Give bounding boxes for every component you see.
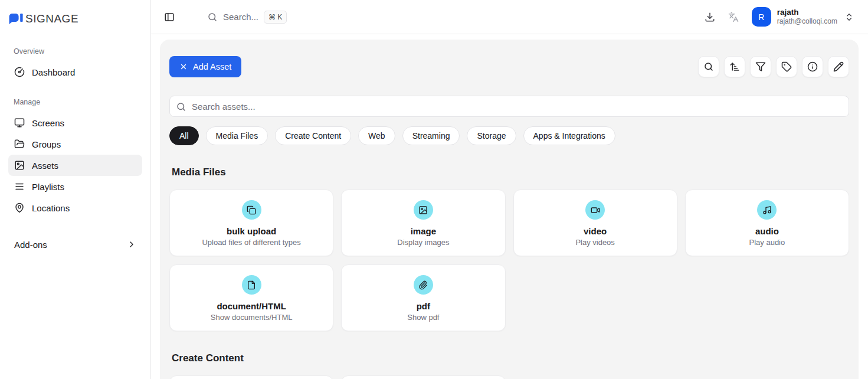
sidebar-item-assets[interactable]: Assets (8, 155, 142, 176)
sidebar-item-label: Playlists (32, 182, 64, 192)
card-title: bulk upload (177, 226, 326, 236)
asset-card-notice[interactable] (341, 375, 505, 379)
card-title: audio (693, 226, 841, 236)
section-title-create-content: Create Content (172, 352, 847, 364)
asset-card-message[interactable] (169, 375, 333, 379)
filter-pill-apps-integrations[interactable]: Apps & Integrations (523, 126, 615, 145)
user-menu[interactable]: R rajath rajath@colloqi.com (752, 7, 854, 27)
search-assets-button[interactable] (698, 56, 719, 77)
create-content-grid (169, 375, 849, 379)
section-title-media-files: Media Files (172, 166, 847, 178)
icon-bubble (757, 200, 777, 220)
filter-button[interactable] (750, 56, 771, 77)
pisignage-logo: SIGNAGE (8, 12, 142, 26)
sidebar-item-addons[interactable]: Add-ons (8, 234, 142, 255)
image-icon (14, 160, 25, 171)
info-icon (807, 61, 818, 72)
search-icon (703, 61, 714, 72)
asset-card-audio[interactable]: audio Play audio (685, 190, 849, 256)
paperclip-icon (418, 280, 428, 290)
filter-pill-storage[interactable]: Storage (467, 126, 516, 145)
filter-pill-media-files[interactable]: Media Files (206, 126, 268, 145)
sidebar-item-groups[interactable]: Groups (8, 133, 142, 155)
card-subtitle: Upload files of different types (177, 238, 326, 247)
asset-card-document-html[interactable]: document/HTML Show documents/HTML (169, 264, 333, 331)
filter-pill-streaming[interactable]: Streaming (402, 126, 460, 145)
media-files-grid: bulk upload Upload files of different ty… (169, 190, 849, 331)
nav-group-label: Overview (8, 47, 142, 55)
card-subtitle: Play audio (693, 238, 841, 247)
edit-button[interactable] (828, 56, 849, 77)
filter-pills: All Media Files Create Content Web Strea… (169, 126, 849, 145)
sidebar-item-playlists[interactable]: Playlists (8, 176, 142, 197)
filter-pill-web[interactable]: Web (358, 126, 395, 145)
asset-card-image[interactable]: image Display images (341, 190, 505, 256)
card-subtitle: Display images (349, 238, 497, 247)
icon-bubble (242, 275, 261, 295)
filter-pill-all[interactable]: All (169, 126, 199, 145)
info-button[interactable] (802, 56, 823, 77)
filter-pill-create-content[interactable]: Create Content (275, 126, 351, 145)
assets-panel: Add Asset (160, 40, 859, 379)
topbar-right: R rajath rajath@colloqi.com (705, 7, 854, 27)
sidebar-item-dashboard[interactable]: Dashboard (8, 61, 142, 83)
download-button[interactable] (705, 12, 715, 22)
image-icon (418, 205, 428, 215)
video-camera-icon (591, 205, 600, 215)
app-root: SIGNAGE Overview Dashboard Manage Screen… (0, 0, 868, 379)
close-icon (179, 63, 188, 71)
tags-button[interactable] (776, 56, 797, 77)
search-icon (207, 12, 218, 22)
chevron-right-icon (127, 240, 136, 249)
funnel-icon (755, 61, 766, 72)
chevrons-up-down-icon (844, 12, 854, 22)
music-note-icon (762, 205, 772, 215)
sort-button[interactable] (724, 56, 745, 77)
sidebar-toggle-button[interactable] (161, 9, 178, 25)
user-name: rajath (777, 8, 837, 17)
asset-toolbar (698, 56, 849, 77)
sidebar-item-screens[interactable]: Screens (8, 112, 142, 133)
main-column: Search... ⌘ K R rajath rajath@colloqi.co… (151, 0, 868, 379)
user-email: rajath@colloqi.com (777, 17, 837, 25)
download-icon (705, 12, 715, 22)
card-subtitle: Play videos (521, 238, 670, 247)
user-meta: rajath rajath@colloqi.com (777, 8, 837, 26)
folder-open-icon (14, 139, 25, 149)
sidebar-item-label: Locations (32, 203, 70, 213)
icon-bubble (414, 275, 433, 295)
addons-label: Add-ons (14, 240, 47, 250)
icon-bubble (242, 200, 261, 220)
avatar: R (752, 7, 771, 27)
topbar: Search... ⌘ K R rajath rajath@colloqi.co… (151, 0, 868, 34)
map-pin-icon (14, 202, 25, 213)
add-asset-button[interactable]: Add Asset (169, 56, 241, 77)
sidebar-item-label: Screens (32, 118, 64, 128)
tag-icon (781, 61, 792, 72)
global-search[interactable]: Search... ⌘ K (207, 11, 287, 24)
shortcut-badge: ⌘ K (264, 11, 287, 24)
translate-icon (728, 12, 739, 22)
monitor-icon (14, 117, 25, 128)
asset-card-bulk-upload[interactable]: bulk upload Upload files of different ty… (169, 190, 333, 256)
asset-card-pdf[interactable]: pdf Show pdf (341, 264, 505, 331)
nav-group-overview: Overview Dashboard (8, 47, 142, 83)
language-button[interactable] (728, 12, 739, 22)
search-icon (176, 102, 186, 112)
brand-name: SIGNAGE (25, 12, 78, 25)
main-content: Add Asset (151, 34, 868, 379)
panel-header: Add Asset (169, 56, 849, 77)
asset-card-video[interactable]: video Play videos (513, 190, 677, 256)
file-icon (247, 280, 256, 290)
sidebar-item-label: Assets (32, 161, 58, 171)
add-asset-label: Add Asset (193, 62, 231, 71)
card-subtitle: Show pdf (349, 313, 497, 322)
card-title: image (349, 226, 497, 236)
asset-search-input[interactable] (169, 96, 849, 117)
card-title: document/HTML (177, 301, 326, 311)
sidebar-item-locations[interactable]: Locations (8, 197, 142, 218)
sort-ascending-icon (729, 61, 740, 72)
nav-group-manage: Manage Screens Groups Assets Playlists L… (8, 98, 142, 218)
card-title: video (521, 226, 670, 236)
gauge-icon (14, 67, 25, 77)
